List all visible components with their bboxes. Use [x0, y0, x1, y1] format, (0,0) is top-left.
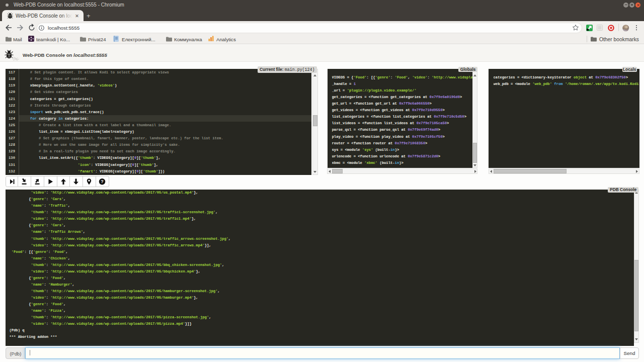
svg-text:?: ?: [101, 179, 104, 184]
